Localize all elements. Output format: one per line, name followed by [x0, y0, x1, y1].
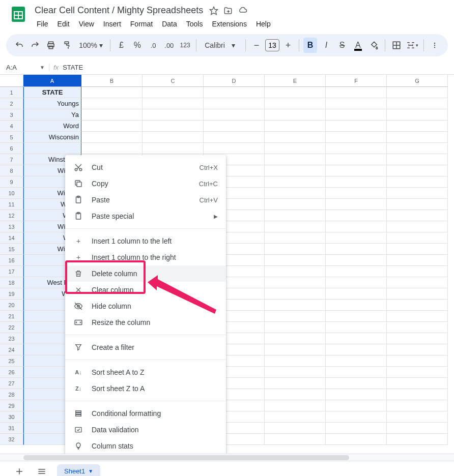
cell[interactable]	[81, 87, 143, 98]
cell[interactable]	[265, 400, 326, 411]
cell[interactable]	[387, 400, 448, 411]
row-header[interactable]: 28	[0, 389, 23, 400]
cell[interactable]	[326, 176, 387, 188]
paint-format-button[interactable]	[60, 38, 74, 53]
cm-copy[interactable]: CopyCtrl+C	[65, 175, 226, 192]
cell[interactable]	[265, 98, 326, 109]
row-header[interactable]: 2	[0, 98, 23, 109]
cell[interactable]	[326, 389, 387, 400]
add-sheet-button[interactable]	[12, 464, 26, 477]
cell[interactable]	[326, 132, 387, 143]
cell[interactable]	[204, 109, 265, 121]
cell[interactable]	[265, 266, 326, 277]
cell[interactable]	[265, 165, 326, 176]
star-icon[interactable]	[209, 6, 218, 15]
cell[interactable]	[387, 87, 448, 98]
menu-edit[interactable]: Edit	[53, 18, 74, 30]
row-header[interactable]: 32	[0, 434, 23, 445]
cell[interactable]	[204, 143, 265, 154]
cell[interactable]	[326, 322, 387, 333]
increase-font-size-button[interactable]: +	[281, 39, 295, 52]
cell[interactable]	[326, 411, 387, 423]
cell[interactable]	[265, 121, 326, 132]
font-size-input[interactable]	[265, 39, 279, 51]
cell[interactable]	[326, 232, 387, 244]
cell[interactable]	[387, 333, 448, 344]
cell[interactable]	[265, 411, 326, 423]
cell[interactable]	[265, 355, 326, 367]
cell[interactable]	[326, 221, 387, 232]
cell[interactable]	[387, 98, 448, 109]
more-formats-button[interactable]: 123	[178, 38, 192, 53]
cloud-status-icon[interactable]	[238, 6, 248, 15]
cell[interactable]	[326, 434, 387, 445]
cell[interactable]	[265, 311, 326, 322]
cell[interactable]	[204, 121, 265, 132]
cell[interactable]	[326, 143, 387, 154]
bold-button[interactable]: B	[303, 38, 317, 53]
borders-button[interactable]	[389, 38, 403, 53]
row-header[interactable]: 25	[0, 355, 23, 367]
cell[interactable]	[81, 132, 143, 143]
row-header[interactable]: 4	[0, 121, 23, 132]
cm-resize-column[interactable]: Resize the column	[65, 314, 226, 331]
cell[interactable]	[143, 109, 204, 121]
horizontal-scrollbar[interactable]	[0, 454, 454, 461]
cell[interactable]	[387, 411, 448, 423]
more-toolbar-button[interactable]	[428, 38, 442, 53]
cell[interactable]	[326, 199, 387, 210]
document-title[interactable]: Clear Cell Content / Mighty Spreadsheets	[33, 4, 205, 17]
row-header[interactable]: 30	[0, 411, 23, 423]
cell[interactable]	[387, 378, 448, 389]
cell[interactable]	[265, 87, 326, 98]
cell[interactable]	[387, 154, 448, 165]
cm-insert-left[interactable]: +Insert 1 column to the left	[65, 233, 226, 249]
cell[interactable]	[326, 244, 387, 255]
row-header[interactable]: 3	[0, 109, 23, 121]
row-header[interactable]: 1	[0, 87, 23, 98]
cell[interactable]	[387, 266, 448, 277]
row-header[interactable]: 18	[0, 277, 23, 288]
cm-hide-column[interactable]: Hide column	[65, 298, 226, 314]
cm-insert-right[interactable]: +Insert 1 column to the right	[65, 249, 226, 265]
cell[interactable]	[143, 132, 204, 143]
cell[interactable]	[387, 132, 448, 143]
cm-cut[interactable]: CutCtrl+X	[65, 159, 226, 175]
cell[interactable]	[387, 344, 448, 355]
row-header[interactable]: 17	[0, 266, 23, 277]
cell[interactable]	[387, 244, 448, 255]
cell[interactable]	[265, 244, 326, 255]
cell[interactable]	[326, 288, 387, 300]
cell[interactable]	[265, 378, 326, 389]
formula-bar[interactable]: STATE	[63, 64, 83, 71]
menu-data[interactable]: Data	[158, 18, 181, 30]
cell[interactable]	[81, 109, 143, 121]
cell[interactable]	[265, 423, 326, 434]
cell[interactable]	[387, 277, 448, 288]
cell[interactable]	[204, 87, 265, 98]
text-color-button[interactable]: A	[351, 38, 365, 53]
menu-insert[interactable]: Insert	[99, 18, 125, 30]
cell[interactable]	[265, 232, 326, 244]
cell[interactable]	[326, 165, 387, 176]
menu-tools[interactable]: Tools	[182, 18, 207, 30]
cm-create-filter[interactable]: Create a filter	[65, 339, 226, 355]
cell[interactable]	[265, 132, 326, 143]
cell[interactable]	[326, 210, 387, 221]
cell[interactable]	[387, 232, 448, 244]
cell[interactable]	[265, 344, 326, 355]
select-all-corner[interactable]	[0, 75, 23, 87]
cell[interactable]	[143, 143, 204, 154]
row-header[interactable]: 15	[0, 244, 23, 255]
cell[interactable]	[81, 143, 143, 154]
cell[interactable]	[387, 367, 448, 378]
cell[interactable]	[143, 87, 204, 98]
row-header[interactable]: 29	[0, 400, 23, 411]
row-header[interactable]: 16	[0, 255, 23, 266]
cm-sort-za[interactable]: Z↓Sort sheet Z to A	[65, 380, 226, 397]
cell[interactable]	[326, 311, 387, 322]
menu-help[interactable]: Help	[252, 18, 275, 30]
strikethrough-button[interactable]: S	[335, 38, 349, 53]
cell[interactable]	[387, 199, 448, 210]
cm-clear-column[interactable]: Clear column	[65, 282, 226, 298]
